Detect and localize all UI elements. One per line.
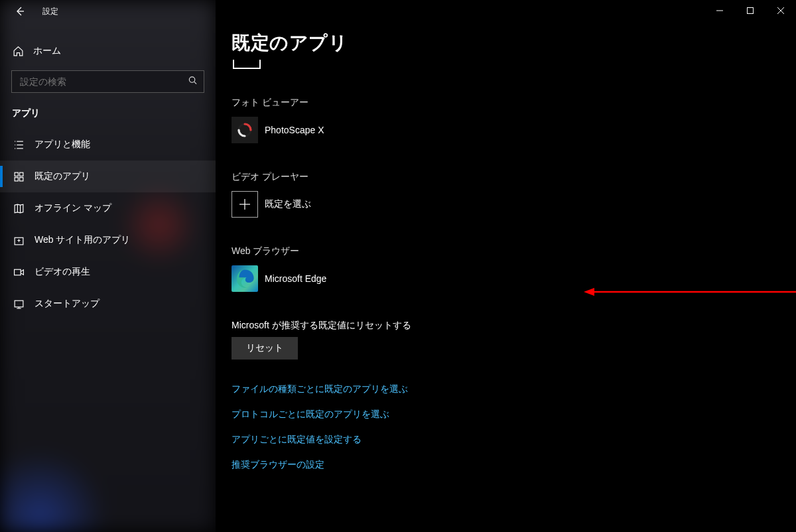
sidebar-item-offline-maps[interactable]: オフライン マップ xyxy=(0,192,216,224)
sidebar-item-default-apps[interactable]: 既定のアプリ xyxy=(0,161,216,192)
category-label: ビデオ プレーヤー xyxy=(232,171,796,183)
back-button[interactable] xyxy=(12,3,28,19)
section-label: アプリ xyxy=(0,93,216,129)
reset-section: Microsoft が推奨する既定値にリセットする リセット xyxy=(232,320,796,360)
sidebar-item-label: 既定のアプリ xyxy=(34,170,90,182)
link-file-type-defaults[interactable]: ファイルの種類ごとに既定のアプリを選ぶ xyxy=(232,383,796,395)
category-photo-viewer: フォト ビューアー PhotoScape X xyxy=(232,97,796,143)
video-icon xyxy=(12,267,25,278)
reset-button[interactable]: リセット xyxy=(232,337,298,360)
back-arrow-icon xyxy=(15,6,25,17)
home-nav[interactable]: ホーム xyxy=(0,37,216,65)
category-label: フォト ビューアー xyxy=(232,97,796,109)
titlebar: 設定 xyxy=(0,0,216,23)
sidebar-item-website-apps[interactable]: Web サイト用のアプリ xyxy=(0,224,216,256)
list-icon xyxy=(12,139,25,151)
sidebar-item-label: スタートアップ xyxy=(34,298,100,310)
category-video-player: ビデオ プレーヤー 既定を選ぶ xyxy=(232,171,796,218)
svg-rect-11 xyxy=(19,177,23,180)
category-label: Web ブラウザー xyxy=(232,245,796,257)
sidebar-item-startup[interactable]: スタートアップ xyxy=(0,288,216,320)
sidebar-item-label: オフライン マップ xyxy=(34,202,111,214)
close-icon xyxy=(777,7,784,14)
map-icon xyxy=(12,203,25,214)
defaults-icon xyxy=(12,171,25,182)
search-input[interactable] xyxy=(11,70,204,93)
svg-rect-8 xyxy=(15,172,18,176)
link-recommended-browser[interactable]: 推奨ブラウザーの設定 xyxy=(232,459,796,471)
search-wrap xyxy=(11,70,204,93)
maximize-button[interactable] xyxy=(735,0,765,21)
home-label: ホーム xyxy=(33,45,61,57)
sidebar-item-apps-features[interactable]: アプリと機能 xyxy=(0,129,216,161)
photoscape-icon xyxy=(232,117,258,143)
sidebar-item-label: Web サイト用のアプリ xyxy=(34,234,130,246)
svg-rect-15 xyxy=(14,269,21,275)
category-web-browser: Web ブラウザー Microsoft Edge xyxy=(232,245,796,292)
window-controls xyxy=(704,0,796,21)
reset-label: Microsoft が推奨する既定値にリセットする xyxy=(232,320,796,332)
sidebar-item-label: ビデオの再生 xyxy=(34,266,90,278)
photo-viewer-selector[interactable]: PhotoScape X xyxy=(232,117,796,143)
sidebar-item-label: アプリと機能 xyxy=(34,139,90,151)
minimize-button[interactable] xyxy=(704,0,735,21)
open-icon xyxy=(12,235,25,246)
edge-icon xyxy=(232,265,258,292)
svg-rect-10 xyxy=(15,177,18,180)
svg-line-1 xyxy=(194,82,196,84)
search-icon xyxy=(188,76,198,88)
app-label: PhotoScape X xyxy=(265,125,324,135)
svg-rect-20 xyxy=(748,8,754,14)
svg-point-0 xyxy=(189,77,194,82)
links-section: ファイルの種類ごとに既定のアプリを選ぶ プロトコルごとに既定のアプリを選ぶ アプ… xyxy=(232,383,796,471)
app-label: 既定を選ぶ xyxy=(265,198,311,210)
link-per-app-defaults[interactable]: アプリごとに既定値を設定する xyxy=(232,434,796,446)
window-title: 設定 xyxy=(42,6,58,17)
video-player-selector[interactable]: 既定を選ぶ xyxy=(232,191,796,218)
sidebar-item-video-playback[interactable]: ビデオの再生 xyxy=(0,256,216,288)
sidebar: 設定 ホーム アプリ アプリと機能 既定のアプリ オフライン マップ xyxy=(0,0,216,532)
link-protocol-defaults[interactable]: プロトコルごとに既定のアプリを選ぶ xyxy=(232,409,796,421)
plus-icon xyxy=(232,191,258,218)
startup-icon xyxy=(12,299,25,310)
app-label: Microsoft Edge xyxy=(265,273,326,284)
svg-rect-16 xyxy=(15,300,23,307)
maximize-icon xyxy=(747,7,754,14)
minimize-icon xyxy=(716,7,723,14)
section-bracket-icon xyxy=(233,60,261,69)
home-icon xyxy=(12,46,24,57)
web-browser-selector[interactable]: Microsoft Edge xyxy=(232,265,796,292)
close-button[interactable] xyxy=(765,0,796,21)
svg-rect-9 xyxy=(19,172,23,176)
main-content: 既定のアプリ フォト ビューアー PhotoScape X ビデオ プレーヤー … xyxy=(216,0,796,532)
